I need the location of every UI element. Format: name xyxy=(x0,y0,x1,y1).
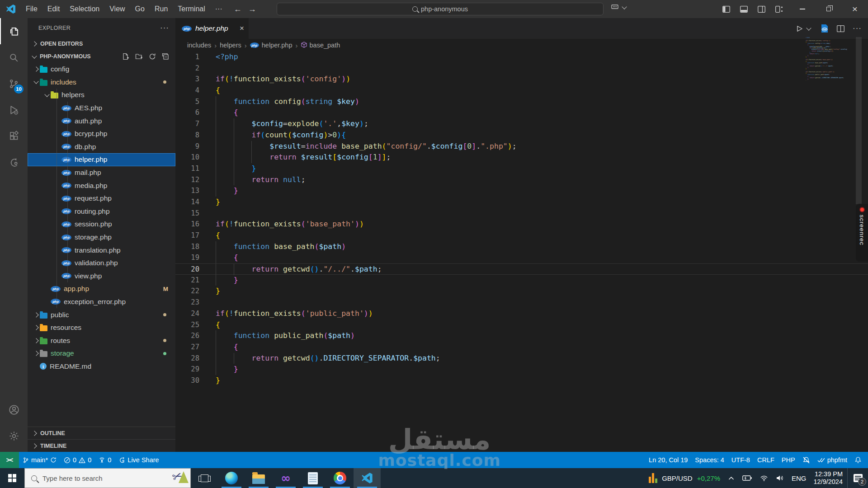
collapse-all-icon[interactable] xyxy=(162,53,169,60)
menu-go[interactable]: Go xyxy=(130,0,150,18)
toggle-sidebar-right-icon[interactable] xyxy=(758,6,765,13)
code-line-4[interactable]: 4{ xyxy=(175,85,868,96)
command-center-search[interactable]: php-anonymous xyxy=(277,3,604,15)
encoding-item[interactable]: UTF-8 xyxy=(728,452,754,468)
tree-item-aes-php[interactable]: phpAES.php xyxy=(28,102,175,115)
code-area[interactable]: 1<?php23if(!function_exists('config'))4{… xyxy=(175,52,868,452)
tree-item-app-php[interactable]: phpapp.phpM xyxy=(28,282,175,296)
broadcast-item[interactable]: 0 xyxy=(95,452,115,468)
problems-item[interactable]: 0 0 xyxy=(60,452,95,468)
file-explorer-app-button[interactable] xyxy=(245,468,272,488)
eol-item[interactable]: CRLF xyxy=(754,452,778,468)
tree-item-routes[interactable]: routes xyxy=(28,334,175,347)
tab-helper-php[interactable]: php helper.php × xyxy=(175,18,249,39)
code-line-25[interactable]: 25{ xyxy=(175,319,868,331)
menu-edit[interactable]: Edit xyxy=(42,0,65,18)
battery-icon[interactable] xyxy=(742,475,752,481)
split-editor-icon[interactable] xyxy=(837,25,844,32)
settings-gear-icon[interactable] xyxy=(0,423,28,449)
screenrec-widget[interactable]: screenrec xyxy=(856,204,868,262)
tab-close-icon[interactable]: × xyxy=(240,24,244,33)
close-button[interactable]: × xyxy=(842,0,868,18)
tree-item-storage-php[interactable]: phpstorage.php xyxy=(28,231,175,244)
wifi-icon[interactable] xyxy=(760,475,768,481)
language-item[interactable]: PHP xyxy=(778,452,799,468)
volume-icon[interactable] xyxy=(776,475,784,481)
breadcrumb-helper-php[interactable]: phphelper.php xyxy=(250,42,292,49)
tree-item-public[interactable]: public xyxy=(28,308,175,321)
action-center-button[interactable]: 2 xyxy=(847,468,868,488)
minimap[interactable]: <?phpif(!function_exists('config')){func… xyxy=(806,37,847,80)
search-view-icon[interactable] xyxy=(0,44,28,70)
visual-studio-app-button[interactable]: ∞ xyxy=(272,468,299,488)
code-line-20[interactable]: 20return getcwd()."/../".$path; xyxy=(175,263,868,275)
code-line-12[interactable]: 12return null; xyxy=(175,174,868,186)
toggle-sidebar-left-icon[interactable] xyxy=(722,6,730,13)
tree-item-validation-php[interactable]: phpvalidation.php xyxy=(28,257,175,270)
tree-item-config[interactable]: config xyxy=(28,63,175,76)
explorer-view-icon[interactable] xyxy=(0,18,28,44)
vscode-app-button[interactable] xyxy=(354,468,381,488)
tree-item-routing-php[interactable]: phprouting.php xyxy=(28,205,175,218)
tree-item-auth-php[interactable]: phpauth.php xyxy=(28,114,175,127)
account-icon[interactable] xyxy=(0,397,28,423)
breadcrumb-base_path[interactable]: base_path xyxy=(301,42,340,49)
code-line-29[interactable]: 29} xyxy=(175,364,868,375)
timeline-section[interactable]: TIMELINE xyxy=(28,439,175,452)
code-line-19[interactable]: 19{ xyxy=(175,252,868,263)
run-debug-view-icon[interactable] xyxy=(0,97,28,123)
tree-item-exception_error-php[interactable]: phpexception_error.php xyxy=(28,296,175,309)
code-line-17[interactable]: 17{ xyxy=(175,230,868,241)
menu-terminal[interactable]: Terminal xyxy=(173,0,210,18)
live-share-item[interactable]: Live Share xyxy=(115,452,162,468)
breadcrumb-includes[interactable]: includes xyxy=(187,42,211,49)
menu-moremoremore[interactable]: ··· xyxy=(210,0,227,18)
language-indicator[interactable]: ENG xyxy=(792,474,807,482)
currency-widget-icon[interactable] xyxy=(649,473,657,483)
code-line-5[interactable]: 5function config(string $key) xyxy=(175,96,868,108)
menu-run[interactable]: Run xyxy=(150,0,173,18)
tree-item-mail-php[interactable]: phpmail.php xyxy=(28,166,175,179)
menu-file[interactable]: File xyxy=(21,0,42,18)
run-button[interactable] xyxy=(796,25,812,32)
code-line-13[interactable]: 13} xyxy=(175,185,868,197)
tree-item-request-php[interactable]: phprequest.php xyxy=(28,192,175,205)
notepad-app-button[interactable] xyxy=(299,468,326,488)
toggle-panel-icon[interactable] xyxy=(740,6,748,13)
restore-button[interactable] xyxy=(816,0,842,18)
code-line-16[interactable]: 16if(!function_exists('base_path')) xyxy=(175,219,868,230)
tree-item-db-php[interactable]: phpdb.php xyxy=(28,141,175,154)
do-not-disturb-icon[interactable] xyxy=(799,452,814,468)
refresh-icon[interactable] xyxy=(149,53,156,60)
code-line-22[interactable]: 22} xyxy=(175,286,868,297)
new-file-icon[interactable] xyxy=(122,53,129,60)
code-line-28[interactable]: 28return getcwd().DIRECTORY_SEPARATOR.$p… xyxy=(175,353,868,364)
code-line-24[interactable]: 24if(!function_exists('public_path')) xyxy=(175,308,868,319)
code-line-14[interactable]: 14} xyxy=(175,197,868,208)
nav-back-icon[interactable]: ← xyxy=(234,5,242,14)
code-line-10[interactable]: 10return $result[$config[1]]; xyxy=(175,152,868,163)
tree-item-readme-md[interactable]: iREADME.md xyxy=(28,360,175,373)
source-control-view-icon[interactable]: 10 xyxy=(0,70,28,97)
code-line-3[interactable]: 3if(!function_exists('config')) xyxy=(175,74,868,85)
tree-item-bcrypt-php[interactable]: phpbcrypt.php xyxy=(28,127,175,141)
code-line-6[interactable]: 6{ xyxy=(175,107,868,118)
code-line-23[interactable]: 23 xyxy=(175,297,868,308)
menu-selection[interactable]: Selection xyxy=(65,0,104,18)
code-line-11[interactable]: 11} xyxy=(175,163,868,174)
explorer-more-icon[interactable]: ··· xyxy=(160,23,169,33)
start-button[interactable] xyxy=(0,468,24,488)
project-root-row[interactable]: PHP-ANONYMOUS xyxy=(28,50,175,63)
tree-item-media-php[interactable]: phpmedia.php xyxy=(28,179,175,192)
menu-view[interactable]: View xyxy=(104,0,130,18)
clock[interactable]: 12:39 PM 12/9/2024 xyxy=(813,470,843,486)
tree-item-includes[interactable]: includes xyxy=(28,76,175,89)
remote-indicator[interactable]: >< xyxy=(0,452,19,468)
code-line-8[interactable]: 8if(count($config)>0){ xyxy=(175,130,868,141)
tree-item-helper-php[interactable]: phphelper.php xyxy=(28,153,175,166)
code-line-1[interactable]: 1<?php xyxy=(175,52,868,63)
nav-forward-icon[interactable]: → xyxy=(248,5,256,14)
code-line-26[interactable]: 26function public_path($path) xyxy=(175,330,868,342)
tree-item-helpers[interactable]: helpers xyxy=(28,89,175,102)
indentation-item[interactable]: Spaces: 4 xyxy=(691,452,728,468)
